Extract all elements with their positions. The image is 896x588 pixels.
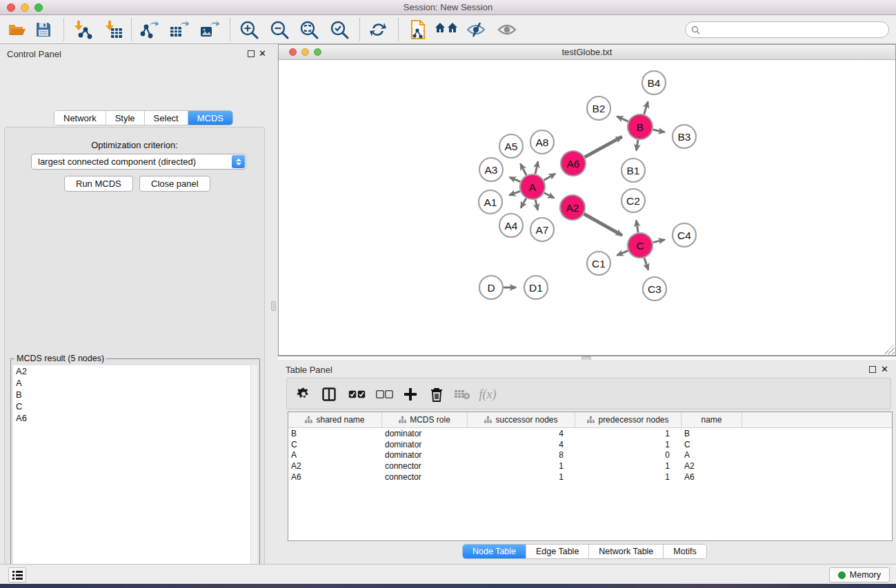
float-panel-icon[interactable] [248,50,255,57]
table-cell[interactable]: dominator [382,440,468,449]
function-builder-icon[interactable]: f(x) [477,383,499,405]
network-canvas[interactable]: B4B2BB3A5A8A6A3B1AA1C2A2A4A7CC4C1C3DD1 [279,60,895,355]
table-cell[interactable]: 1 [575,472,681,482]
delete-column-icon[interactable] [426,383,448,405]
memory-button[interactable]: Memory [829,567,890,582]
task-history-button[interactable] [8,567,26,582]
result-list-item[interactable]: B [13,389,257,401]
deselect-all-icon[interactable] [373,383,395,405]
table-cell[interactable]: 8 [468,450,575,460]
table-cell[interactable]: 4 [468,429,575,438]
table-row[interactable]: A2connector11A2 [288,460,892,472]
tab-motifs[interactable]: Motifs [664,545,706,558]
mcds-result-list[interactable]: A2ABCA6 [13,365,257,588]
close-panel-icon[interactable]: ✕ [881,364,888,374]
save-session-icon[interactable] [32,19,55,41]
table-cell[interactable]: 1 [575,440,681,449]
open-session-icon[interactable] [6,19,29,41]
graph-node-C4[interactable]: C4 [673,223,696,247]
result-list-item[interactable]: A2 [13,365,257,377]
table-cell[interactable]: B [681,429,742,438]
tab-style[interactable]: Style [106,111,145,125]
table-cell[interactable]: A6 [681,472,742,482]
optimization-criterion-select[interactable]: largest connected component (directed) [31,154,246,170]
graph-node-A6[interactable]: A6 [561,151,586,176]
edge-C-C2[interactable] [636,221,638,233]
table-row[interactable]: A6connector11A6 [288,472,892,483]
graph-node-C1[interactable]: C1 [587,252,610,275]
graph-node-A2[interactable]: A2 [560,195,585,220]
edge-A6-B[interactable] [585,136,622,157]
edge-A-A3[interactable] [510,177,521,182]
table-row[interactable]: Adominator80A [288,450,892,461]
tab-network[interactable]: Network [54,111,106,125]
edge-A-A7[interactable] [535,200,537,210]
table-row[interactable]: Cdominator41C [288,439,892,450]
vertical-splitter[interactable] [269,44,278,564]
graph-node-C3[interactable]: C3 [643,277,666,301]
show-graphics-details-icon[interactable] [495,19,519,41]
column-header-name[interactable]: name [681,412,742,427]
zoom-fit-icon[interactable] [297,19,321,41]
column-header-successor-nodes[interactable]: successor nodes [468,412,575,427]
edge-A-A5[interactable] [520,164,526,176]
graph-node-B3[interactable]: B3 [673,125,696,148]
graph-node-B2[interactable]: B2 [587,97,610,120]
close-panel-icon[interactable]: ✕ [259,48,266,59]
edge-B-B1[interactable] [637,140,638,151]
result-list-item[interactable]: A [13,377,257,389]
add-column-icon[interactable] [399,383,421,405]
graph-node-D1[interactable]: D1 [524,276,548,299]
result-list-item[interactable]: A6 [13,412,257,424]
column-header-MCDS-role[interactable]: MCDS role [382,412,468,427]
edge-A-A4[interactable] [521,199,526,208]
zoom-out-icon[interactable] [268,19,291,41]
table-cell[interactable]: A2 [681,461,742,471]
table-cell[interactable]: A2 [288,461,382,471]
close-panel-button[interactable]: Close panel [139,176,210,192]
gear-icon[interactable] [292,383,315,405]
table-cell[interactable]: C [681,440,742,449]
export-network-icon[interactable] [138,19,161,41]
float-panel-icon[interactable] [869,366,876,373]
refresh-icon[interactable] [366,19,390,41]
graph-node-A7[interactable]: A7 [530,218,554,241]
table-cell[interactable]: 0 [575,450,681,460]
result-list-item[interactable]: C [13,401,257,412]
graph-node-A5[interactable]: A5 [499,134,523,158]
table-cell[interactable]: connector [382,472,468,482]
resize-grip-icon[interactable] [885,345,895,354]
graph-node-D[interactable]: D [479,276,503,299]
zoom-in-icon[interactable] [237,19,261,41]
export-image-icon[interactable] [198,19,221,41]
edge-A-A1[interactable] [509,191,520,195]
tab-edge-table[interactable]: Edge Table [526,545,589,558]
table-cell[interactable]: 1 [575,429,681,438]
graph-node-B1[interactable]: B1 [621,159,645,182]
edge-B-B4[interactable] [644,102,648,114]
edge-A-A6[interactable] [544,174,555,181]
table-cell[interactable]: 1 [468,472,575,482]
delete-table-icon[interactable] [451,383,473,405]
home-icon[interactable] [435,19,458,41]
edge-A-A8[interactable] [535,161,538,174]
edge-C-C3[interactable] [644,258,648,270]
search-input[interactable] [700,25,888,34]
table-cell[interactable]: A [288,450,382,460]
graph-node-C2[interactable]: C2 [621,189,645,212]
edge-A2-C[interactable] [584,214,622,235]
table-cell[interactable]: dominator [382,450,468,460]
edge-B-B2[interactable] [617,116,628,121]
splitter-handle[interactable] [271,301,276,311]
table-cell[interactable]: A [681,450,742,460]
column-header-predecessor-nodes[interactable]: predecessor nodes [575,412,681,427]
column-header-shared-name[interactable]: shared name [288,412,382,427]
export-table-icon[interactable] [168,19,191,41]
edge-C-C4[interactable] [653,240,664,243]
graph-node-B[interactable]: B [628,114,653,139]
node-table[interactable]: shared nameMCDS rolesuccessor nodesprede… [288,412,893,541]
network-from-file-icon[interactable] [406,19,430,41]
table-cell[interactable]: B [288,429,382,438]
network-graph[interactable]: B4B2BB3A5A8A6A3B1AA1C2A2A4A7CC4C1C3DD1 [279,60,895,355]
edge-B-B3[interactable] [653,130,665,132]
